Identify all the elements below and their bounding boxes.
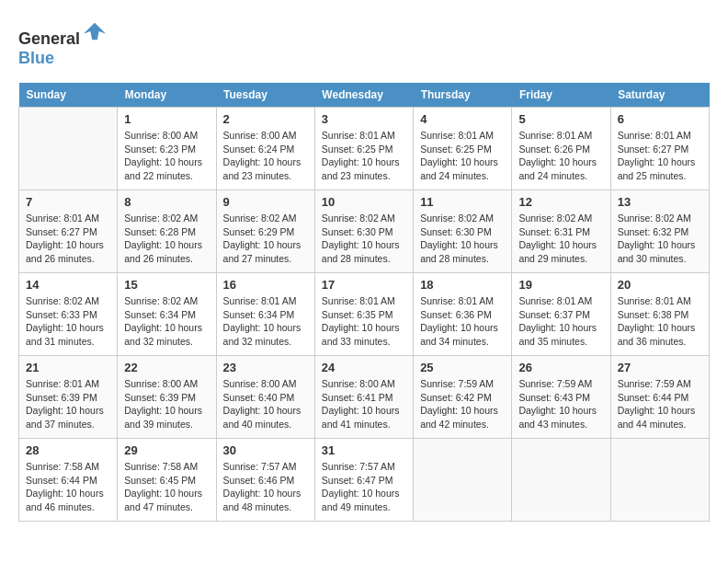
calendar-cell: 18Sunrise: 8:01 AM Sunset: 6:36 PM Dayli… <box>414 273 512 356</box>
calendar-cell: 22Sunrise: 8:00 AM Sunset: 6:39 PM Dayli… <box>118 356 216 439</box>
calendar-cell: 13Sunrise: 8:02 AM Sunset: 6:32 PM Dayli… <box>610 190 709 273</box>
day-number: 14 <box>26 278 110 292</box>
day-number: 26 <box>518 361 603 374</box>
day-info: Sunrise: 7:58 AM Sunset: 6:45 PM Dayligh… <box>124 460 209 514</box>
calendar-cell: 29Sunrise: 7:58 AM Sunset: 6:45 PM Dayli… <box>118 439 216 522</box>
calendar-cell: 9Sunrise: 8:02 AM Sunset: 6:29 PM Daylig… <box>216 190 314 273</box>
calendar-cell: 27Sunrise: 7:59 AM Sunset: 6:44 PM Dayli… <box>610 356 709 439</box>
calendar-cell: 2Sunrise: 8:00 AM Sunset: 6:24 PM Daylig… <box>216 108 314 190</box>
page-header: General Blue <box>18 18 710 68</box>
day-of-week-header: Thursday <box>414 83 512 108</box>
day-number: 17 <box>322 278 406 292</box>
day-of-week-header: Sunday <box>19 83 118 108</box>
logo-bird-icon <box>82 18 108 44</box>
calendar-cell: 12Sunrise: 8:02 AM Sunset: 6:31 PM Dayli… <box>512 190 610 273</box>
day-of-week-header: Wednesday <box>314 83 413 108</box>
day-info: Sunrise: 7:58 AM Sunset: 6:44 PM Dayligh… <box>26 460 110 514</box>
calendar-cell: 31Sunrise: 7:57 AM Sunset: 6:47 PM Dayli… <box>314 439 413 522</box>
day-number: 6 <box>618 112 702 126</box>
day-info: Sunrise: 8:01 AM Sunset: 6:27 PM Dayligh… <box>618 129 702 183</box>
calendar-week-row: 1Sunrise: 8:00 AM Sunset: 6:23 PM Daylig… <box>19 108 710 190</box>
day-info: Sunrise: 8:01 AM Sunset: 6:34 PM Dayligh… <box>223 294 308 349</box>
day-info: Sunrise: 8:01 AM Sunset: 6:35 PM Dayligh… <box>322 294 406 349</box>
day-number: 29 <box>124 443 209 457</box>
day-number: 18 <box>420 278 505 292</box>
day-info: Sunrise: 7:59 AM Sunset: 6:43 PM Dayligh… <box>518 377 603 431</box>
day-number: 19 <box>518 278 603 292</box>
calendar-cell <box>512 439 610 522</box>
day-number: 23 <box>223 361 308 374</box>
day-info: Sunrise: 7:57 AM Sunset: 6:47 PM Dayligh… <box>322 460 406 514</box>
calendar-cell: 5Sunrise: 8:01 AM Sunset: 6:26 PM Daylig… <box>512 108 610 190</box>
day-info: Sunrise: 8:00 AM Sunset: 6:24 PM Dayligh… <box>223 129 308 183</box>
day-number: 27 <box>618 361 702 374</box>
day-info: Sunrise: 7:57 AM Sunset: 6:46 PM Dayligh… <box>223 460 308 514</box>
svg-marker-0 <box>84 23 106 40</box>
calendar-cell: 25Sunrise: 7:59 AM Sunset: 6:42 PM Dayli… <box>414 356 512 439</box>
calendar-cell: 15Sunrise: 8:02 AM Sunset: 6:34 PM Dayli… <box>118 273 216 356</box>
logo-text-blue: Blue <box>18 49 54 67</box>
calendar-cell: 30Sunrise: 7:57 AM Sunset: 6:46 PM Dayli… <box>216 439 314 522</box>
calendar-cell: 10Sunrise: 8:02 AM Sunset: 6:30 PM Dayli… <box>314 190 413 273</box>
calendar-cell: 16Sunrise: 8:01 AM Sunset: 6:34 PM Dayli… <box>216 273 314 356</box>
calendar-cell: 21Sunrise: 8:01 AM Sunset: 6:39 PM Dayli… <box>19 356 118 439</box>
day-info: Sunrise: 8:01 AM Sunset: 6:25 PM Dayligh… <box>322 129 406 183</box>
day-number: 25 <box>420 361 505 374</box>
calendar-cell: 24Sunrise: 8:00 AM Sunset: 6:41 PM Dayli… <box>314 356 413 439</box>
day-number: 21 <box>26 361 110 374</box>
day-of-week-header: Friday <box>512 83 610 108</box>
day-info: Sunrise: 8:02 AM Sunset: 6:28 PM Dayligh… <box>124 212 209 266</box>
calendar-cell: 8Sunrise: 8:02 AM Sunset: 6:28 PM Daylig… <box>118 190 216 273</box>
day-info: Sunrise: 8:02 AM Sunset: 6:33 PM Dayligh… <box>26 294 110 349</box>
day-info: Sunrise: 8:00 AM Sunset: 6:40 PM Dayligh… <box>223 377 308 431</box>
calendar-cell: 3Sunrise: 8:01 AM Sunset: 6:25 PM Daylig… <box>314 108 413 190</box>
calendar-cell <box>414 439 512 522</box>
calendar-cell: 19Sunrise: 8:01 AM Sunset: 6:37 PM Dayli… <box>512 273 610 356</box>
calendar-cell: 1Sunrise: 8:00 AM Sunset: 6:23 PM Daylig… <box>118 108 216 190</box>
day-info: Sunrise: 8:01 AM Sunset: 6:38 PM Dayligh… <box>618 294 702 349</box>
day-of-week-header: Monday <box>118 83 216 108</box>
day-info: Sunrise: 8:02 AM Sunset: 6:32 PM Dayligh… <box>618 212 702 266</box>
calendar-cell <box>610 439 709 522</box>
day-number: 13 <box>618 195 702 209</box>
day-info: Sunrise: 8:00 AM Sunset: 6:23 PM Dayligh… <box>124 129 209 183</box>
day-info: Sunrise: 8:01 AM Sunset: 6:27 PM Dayligh… <box>26 212 110 266</box>
calendar-cell: 17Sunrise: 8:01 AM Sunset: 6:35 PM Dayli… <box>314 273 413 356</box>
day-number: 16 <box>223 278 308 292</box>
calendar-cell: 11Sunrise: 8:02 AM Sunset: 6:30 PM Dayli… <box>414 190 512 273</box>
calendar-week-row: 21Sunrise: 8:01 AM Sunset: 6:39 PM Dayli… <box>19 356 710 439</box>
day-number: 3 <box>322 112 406 126</box>
day-number: 15 <box>124 278 209 292</box>
day-info: Sunrise: 8:00 AM Sunset: 6:41 PM Dayligh… <box>322 377 406 431</box>
day-of-week-header: Tuesday <box>216 83 314 108</box>
calendar-week-row: 28Sunrise: 7:58 AM Sunset: 6:44 PM Dayli… <box>19 439 710 522</box>
day-number: 31 <box>322 443 406 457</box>
day-info: Sunrise: 8:02 AM Sunset: 6:30 PM Dayligh… <box>420 212 505 266</box>
day-number: 1 <box>124 112 209 126</box>
day-number: 9 <box>223 195 308 209</box>
logo: General Blue <box>18 18 108 68</box>
calendar-cell: 28Sunrise: 7:58 AM Sunset: 6:44 PM Dayli… <box>19 439 118 522</box>
calendar-table: SundayMondayTuesdayWednesdayThursdayFrid… <box>18 83 710 522</box>
day-info: Sunrise: 8:02 AM Sunset: 6:30 PM Dayligh… <box>322 212 406 266</box>
calendar-header-row: SundayMondayTuesdayWednesdayThursdayFrid… <box>19 83 710 108</box>
logo-text-general: General <box>18 29 80 48</box>
day-number: 30 <box>223 443 308 457</box>
day-info: Sunrise: 8:02 AM Sunset: 6:31 PM Dayligh… <box>518 212 603 266</box>
day-of-week-header: Saturday <box>610 83 709 108</box>
day-number: 11 <box>420 195 505 209</box>
calendar-cell: 20Sunrise: 8:01 AM Sunset: 6:38 PM Dayli… <box>610 273 709 356</box>
day-info: Sunrise: 8:01 AM Sunset: 6:37 PM Dayligh… <box>518 294 603 349</box>
day-info: Sunrise: 8:01 AM Sunset: 6:36 PM Dayligh… <box>420 294 505 349</box>
day-number: 2 <box>223 112 308 126</box>
day-info: Sunrise: 8:01 AM Sunset: 6:39 PM Dayligh… <box>26 377 110 431</box>
day-info: Sunrise: 8:02 AM Sunset: 6:34 PM Dayligh… <box>124 294 209 349</box>
logo-general-text: General Blue <box>18 18 108 68</box>
calendar-cell: 26Sunrise: 7:59 AM Sunset: 6:43 PM Dayli… <box>512 356 610 439</box>
day-info: Sunrise: 8:02 AM Sunset: 6:29 PM Dayligh… <box>223 212 308 266</box>
calendar-cell: 23Sunrise: 8:00 AM Sunset: 6:40 PM Dayli… <box>216 356 314 439</box>
day-number: 20 <box>618 278 702 292</box>
calendar-cell: 7Sunrise: 8:01 AM Sunset: 6:27 PM Daylig… <box>19 190 118 273</box>
calendar-cell <box>19 108 118 190</box>
day-info: Sunrise: 8:01 AM Sunset: 6:26 PM Dayligh… <box>518 129 603 183</box>
